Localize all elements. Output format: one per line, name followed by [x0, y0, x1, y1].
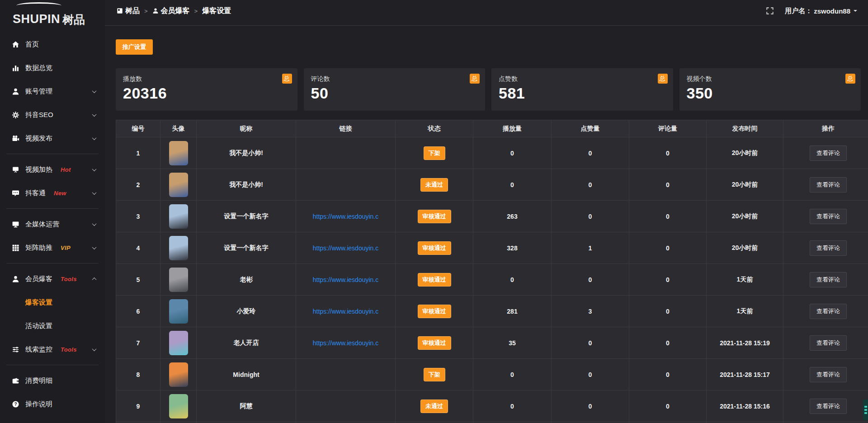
sidebar-divider	[6, 154, 99, 154]
sidebar-item-douyin-seo[interactable]: 抖音SEO	[0, 103, 105, 127]
view-comments-button[interactable]: 查看评论	[810, 240, 847, 256]
comment-count: 0	[629, 169, 707, 201]
nickname: 老彬	[197, 264, 296, 296]
sidebar-item-consumption-detail[interactable]: 消费明细	[0, 369, 105, 392]
status-badge[interactable]: 审核通过	[418, 241, 451, 255]
sidebar-item-account-management[interactable]: 账号管理	[0, 80, 105, 103]
fullscreen-icon[interactable]	[766, 7, 774, 15]
column-header: 发布时间	[707, 120, 783, 137]
video-link[interactable]: https://www.iesdouyin.c	[313, 308, 379, 315]
logo[interactable]: SHUPIN 树品	[0, 0, 105, 25]
sliders-icon	[12, 346, 19, 353]
publish-time: 20小时前	[707, 137, 783, 169]
sidebar-item-all-media-operation[interactable]: 全媒体运营	[0, 212, 105, 236]
video-link[interactable]: https://www.iesdouyin.c	[313, 276, 379, 283]
column-header: 评论量	[629, 120, 707, 137]
video-link[interactable]: https://www.iesdouyin.c	[313, 339, 379, 347]
sidebar-item-video-heat[interactable]: 视频加热Hot	[0, 158, 105, 181]
chevron-down-icon	[92, 221, 97, 226]
row-id: 4	[116, 232, 160, 264]
sidebar-badge: Tools	[61, 346, 77, 353]
breadcrumb-item[interactable]: 树品	[117, 6, 140, 16]
link-cell	[296, 137, 396, 169]
video-link[interactable]: https://www.iesdouyin.c	[313, 244, 379, 252]
sidebar-badge: Tools	[61, 276, 77, 282]
sidebar-item-member-baoke[interactable]: 会员爆客Tools	[0, 267, 105, 291]
sidebar-divider	[6, 365, 99, 365]
table-row: 6小爱玲https://www.iesdouyin.c审核通过281301天前查…	[116, 296, 868, 327]
sidebar-item-label: 消费明细	[25, 376, 52, 385]
stat-label: 播放数	[123, 75, 290, 83]
table-row: 7老人开店https://www.iesdouyin.c审核通过35002021…	[116, 327, 868, 359]
avatar	[169, 236, 188, 260]
nickname: 设置一个新名字	[197, 232, 296, 264]
view-comments-button[interactable]: 查看评论	[810, 399, 847, 414]
like-count: 3	[552, 296, 629, 327]
stat-value: 20316	[123, 85, 290, 102]
sidebar-item-douketong[interactable]: 抖客通New	[0, 181, 105, 205]
sidebar-item-home[interactable]: 首页	[0, 33, 105, 56]
status-badge[interactable]: 审核通过	[418, 305, 451, 318]
sidebar-subitem-activity-settings[interactable]: 活动设置	[0, 314, 105, 338]
play-count: 0	[473, 390, 552, 422]
comment-count: 0	[629, 296, 707, 327]
view-comments-button[interactable]: 查看评论	[810, 209, 847, 224]
view-comments-button[interactable]: 查看评论	[810, 177, 847, 193]
play-count: 0	[473, 137, 552, 169]
column-header: 播放量	[473, 120, 552, 137]
view-comments-button[interactable]: 查看评论	[810, 335, 847, 351]
stat-value: 581	[499, 85, 666, 102]
promo-settings-button[interactable]: 推广设置	[116, 39, 153, 55]
comment-count: 0	[629, 201, 707, 232]
sidebar-subitem-baoke-settings[interactable]: 爆客设置	[0, 291, 105, 314]
status-badge[interactable]: 未通过	[420, 400, 448, 413]
status-cell: 审核通过	[396, 264, 473, 296]
action-cell: 查看评论	[783, 169, 868, 201]
user-dropdown[interactable]: 用户名： zswodun88	[785, 7, 857, 15]
sidebar-menu: 首页数据总览账号管理抖音SEO视频发布视频加热Hot抖客通New全媒体运营矩阵助…	[0, 25, 105, 416]
status-badge[interactable]: 下架	[424, 146, 445, 160]
sidebar-item-video-publish[interactable]: 视频发布	[0, 127, 105, 150]
chevron-down-icon	[92, 245, 97, 249]
play-count: 281	[473, 296, 552, 327]
sidebar-item-operation-guide[interactable]: ?操作说明	[0, 392, 105, 416]
avatar-cell	[160, 232, 197, 264]
status-cell: 下架	[396, 359, 473, 390]
stat-card: 视频个数350总	[679, 68, 861, 111]
status-badge[interactable]: 未通过	[420, 178, 448, 192]
breadcrumb: 树品>会员爆客>爆客设置	[117, 6, 231, 16]
comment-count: 0	[629, 232, 707, 264]
stat-value: 350	[687, 85, 854, 102]
view-comments-button[interactable]: 查看评论	[810, 146, 847, 161]
view-comments-button[interactable]: 查看评论	[810, 367, 847, 382]
view-comments-button[interactable]: 查看评论	[810, 304, 847, 319]
avatar	[169, 204, 188, 229]
sidebar-item-clue-monitor[interactable]: 线索监控Tools	[0, 338, 105, 361]
sidebar-item-data-overview[interactable]: 数据总览	[0, 56, 105, 80]
status-badge[interactable]: 审核通过	[418, 273, 451, 287]
chevron-down-icon	[92, 112, 97, 117]
page-body: 推广设置 播放数20316总评论数50总点赞数581总视频个数350总 编号头像…	[105, 26, 868, 423]
play-count: 328	[473, 232, 552, 264]
sidebar-item-label: 抖音SEO	[25, 111, 53, 119]
sidebar-item-matrix-boost[interactable]: 矩阵助推VIP	[0, 236, 105, 259]
avatar-cell	[160, 327, 197, 359]
status-badge[interactable]: 审核通过	[418, 210, 451, 223]
link-cell	[296, 169, 396, 201]
row-id: 1	[116, 137, 160, 169]
chat-widget[interactable]	[863, 400, 868, 420]
avatar-cell	[160, 359, 197, 390]
breadcrumb-item[interactable]: 会员爆客	[152, 6, 190, 16]
chart-icon	[12, 64, 19, 72]
view-comments-button[interactable]: 查看评论	[810, 272, 847, 287]
avatar-cell	[160, 264, 197, 296]
video-link[interactable]: https://www.iesdouyin.c	[313, 213, 379, 220]
nickname: 我不是小帅!	[197, 137, 296, 169]
status-badge[interactable]: 下架	[424, 368, 445, 381]
sidebar-item-label: 首页	[25, 40, 39, 49]
comment-count: 0	[629, 327, 707, 359]
status-badge[interactable]: 审核通过	[418, 336, 451, 350]
sidebar-divider	[6, 208, 99, 209]
sidebar-item-label: 线索监控	[25, 345, 52, 354]
stat-card: 播放数20316总	[116, 68, 297, 111]
